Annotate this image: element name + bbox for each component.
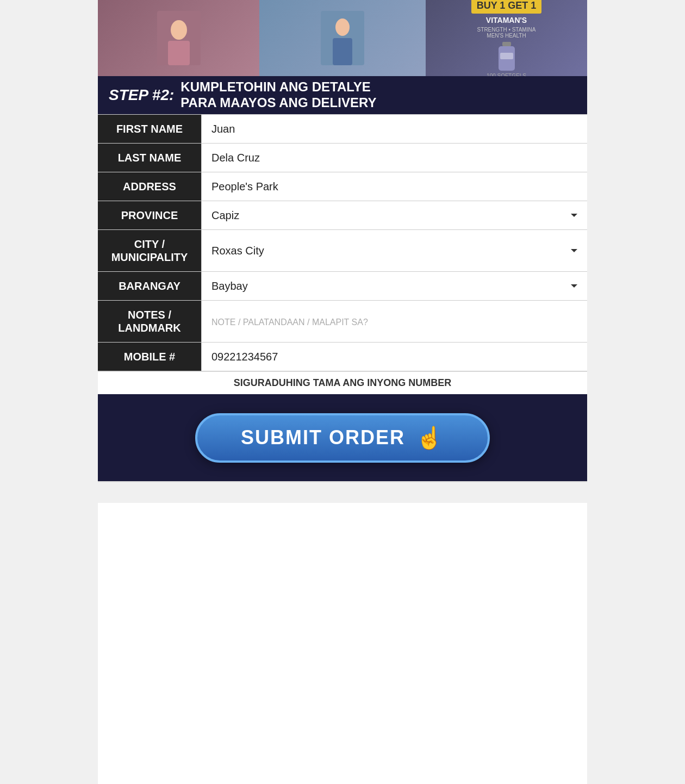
- province-row: PROVINCE Capiz Metro Manila Cebu Davao I…: [98, 201, 587, 230]
- step-label: STEP #2:: [109, 86, 174, 104]
- svg-rect-6: [502, 42, 511, 46]
- province-select[interactable]: Capiz Metro Manila Cebu Davao Iloilo: [201, 201, 587, 229]
- warning-text: SIGURADUHING TAMA ANG INYONG NUMBER: [98, 371, 587, 394]
- mobile-label: MOBILE #: [98, 343, 201, 371]
- first-name-label: FIRST NAME: [98, 115, 201, 143]
- product-props: STRENGTH • STAMINAMEN'S HEALTH: [477, 27, 536, 39]
- step-title: KUMPLETOHIN ANG DETALYE PARA MAAYOS ANG …: [180, 79, 376, 111]
- notes-input[interactable]: [201, 301, 587, 342]
- mobile-row: MOBILE #: [98, 343, 587, 371]
- page-wrapper: BUY 1 GET 1 VITAMAN'S STRENGTH • STAMINA…: [98, 0, 587, 784]
- submit-label: SUBMIT ORDER: [241, 426, 405, 449]
- address-label: ADDRESS: [98, 172, 201, 201]
- city-select[interactable]: Roxas City Manila Cebu City Davao City I…: [201, 230, 587, 271]
- mobile-input[interactable]: [201, 343, 587, 371]
- submit-area: SUBMIT ORDER ☝️: [98, 394, 587, 481]
- step-bar: STEP #2: KUMPLETOHIN ANG DETALYE PARA MA…: [98, 76, 587, 114]
- hand-icon: ☝️: [416, 425, 444, 451]
- address-row: ADDRESS: [98, 172, 587, 201]
- notes-label: NOTES / LANDMARK: [98, 301, 201, 342]
- barangay-label: BARANGAY: [98, 272, 201, 300]
- city-label: CITY / MUNICIPALITY: [98, 230, 201, 271]
- product-name: VITAMAN'S: [486, 16, 527, 24]
- last-name-input[interactable]: [201, 144, 587, 172]
- svg-point-4: [335, 18, 350, 36]
- svg-rect-8: [500, 53, 513, 59]
- svg-point-1: [171, 20, 187, 40]
- product-bottle: [496, 42, 518, 73]
- banner-area: BUY 1 GET 1 VITAMAN'S STRENGTH • STAMINA…: [98, 0, 587, 114]
- banner-image-1: [98, 0, 259, 76]
- bottom-bar: [98, 481, 587, 503]
- buy-badge: BUY 1 GET 1: [471, 0, 542, 14]
- first-name-row: FIRST NAME: [98, 114, 587, 144]
- banner-image-2: [259, 0, 426, 76]
- last-name-row: LAST NAME: [98, 144, 587, 172]
- last-name-label: LAST NAME: [98, 144, 201, 172]
- notes-row: NOTES / LANDMARK: [98, 301, 587, 343]
- address-input[interactable]: [201, 172, 587, 201]
- svg-rect-2: [168, 41, 190, 65]
- svg-rect-5: [333, 38, 352, 65]
- first-name-input[interactable]: [201, 115, 587, 143]
- banner-images: BUY 1 GET 1 VITAMAN'S STRENGTH • STAMINA…: [98, 0, 587, 76]
- banner-image-3: BUY 1 GET 1 VITAMAN'S STRENGTH • STAMINA…: [426, 0, 587, 76]
- city-row: CITY / MUNICIPALITY Roxas City Manila Ce…: [98, 230, 587, 272]
- province-label: PROVINCE: [98, 201, 201, 229]
- barangay-row: BARANGAY Baybay Poblacion San Jose Sta. …: [98, 272, 587, 301]
- barangay-select[interactable]: Baybay Poblacion San Jose Sta. Cruz: [201, 272, 587, 300]
- form-area: FIRST NAME LAST NAME ADDRESS PROVINCE Ca…: [98, 114, 587, 371]
- submit-button[interactable]: SUBMIT ORDER ☝️: [195, 413, 490, 463]
- softgels-label: 100 SOFTGELS: [487, 73, 526, 77]
